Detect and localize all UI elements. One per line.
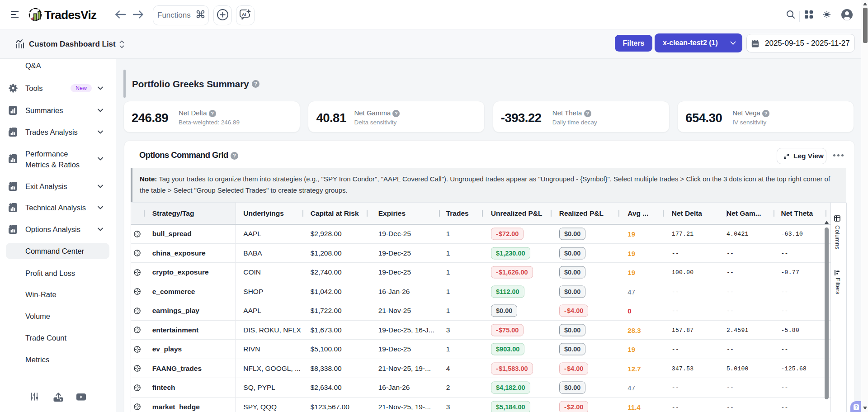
svg-text:AI: AI xyxy=(242,12,246,17)
